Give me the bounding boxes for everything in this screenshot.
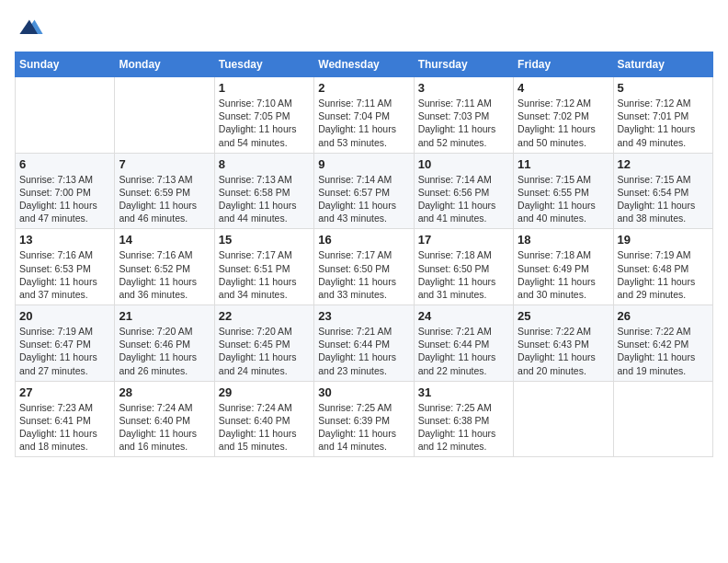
day-info: Sunrise: 7:23 AM Sunset: 6:41 PM Dayligh… [19,401,110,454]
day-info: Sunrise: 7:12 AM Sunset: 7:02 PM Dayligh… [518,97,609,149]
day-info: Sunrise: 7:13 AM Sunset: 6:59 PM Dayligh… [119,173,210,225]
day-number: 5 [618,81,709,95]
day-cell: 10Sunrise: 7:14 AM Sunset: 6:56 PM Dayli… [414,153,513,229]
day-cell: 12Sunrise: 7:15 AM Sunset: 6:54 PM Dayli… [613,153,712,229]
day-number: 22 [219,309,310,323]
day-info: Sunrise: 7:21 AM Sunset: 6:44 PM Dayligh… [418,325,509,377]
day-cell: 4Sunrise: 7:12 AM Sunset: 7:02 PM Daylig… [514,77,613,154]
day-number: 3 [418,81,509,95]
day-info: Sunrise: 7:14 AM Sunset: 6:57 PM Dayligh… [318,173,409,225]
calendar-table: SundayMondayTuesdayWednesdayThursdayFrid… [15,52,713,457]
day-cell: 21Sunrise: 7:20 AM Sunset: 6:46 PM Dayli… [115,305,214,382]
day-info: Sunrise: 7:10 AM Sunset: 7:05 PM Dayligh… [219,97,310,149]
day-number: 31 [418,385,509,399]
day-info: Sunrise: 7:15 AM Sunset: 6:55 PM Dayligh… [518,173,609,225]
day-info: Sunrise: 7:18 AM Sunset: 6:49 PM Dayligh… [518,248,609,301]
day-info: Sunrise: 7:25 AM Sunset: 6:38 PM Dayligh… [418,401,509,454]
day-cell: 13Sunrise: 7:16 AM Sunset: 6:53 PM Dayli… [16,229,115,305]
day-cell [514,381,613,457]
day-cell: 2Sunrise: 7:11 AM Sunset: 7:04 PM Daylig… [314,77,414,154]
weekday-header-tuesday: Tuesday [214,52,313,77]
day-cell [613,381,712,457]
day-number: 7 [119,157,210,171]
day-cell: 1Sunrise: 7:10 AM Sunset: 7:05 PM Daylig… [214,77,313,154]
day-cell: 31Sunrise: 7:25 AM Sunset: 6:38 PM Dayli… [414,381,513,457]
day-number: 16 [318,233,409,247]
week-row-3: 13Sunrise: 7:16 AM Sunset: 6:53 PM Dayli… [16,229,713,305]
day-cell [16,77,115,154]
day-cell [115,77,214,154]
day-number: 9 [318,157,409,171]
day-cell: 5Sunrise: 7:12 AM Sunset: 7:01 PM Daylig… [613,77,712,154]
day-info: Sunrise: 7:15 AM Sunset: 6:54 PM Dayligh… [618,173,709,225]
day-cell: 24Sunrise: 7:21 AM Sunset: 6:44 PM Dayli… [414,305,513,382]
day-cell: 11Sunrise: 7:15 AM Sunset: 6:55 PM Dayli… [514,153,613,229]
week-row-4: 20Sunrise: 7:19 AM Sunset: 6:47 PM Dayli… [16,305,713,382]
day-info: Sunrise: 7:19 AM Sunset: 6:48 PM Dayligh… [618,248,709,301]
weekday-header-wednesday: Wednesday [314,52,414,77]
day-number: 20 [19,309,110,323]
day-info: Sunrise: 7:11 AM Sunset: 7:03 PM Dayligh… [418,97,509,149]
calendar-header: SundayMondayTuesdayWednesdayThursdayFrid… [16,52,713,77]
weekday-header-friday: Friday [514,52,613,77]
day-info: Sunrise: 7:20 AM Sunset: 6:45 PM Dayligh… [219,325,310,377]
day-cell: 9Sunrise: 7:14 AM Sunset: 6:57 PM Daylig… [314,153,414,229]
day-number: 23 [318,309,409,323]
day-cell: 18Sunrise: 7:18 AM Sunset: 6:49 PM Dayli… [514,229,613,305]
day-cell: 16Sunrise: 7:17 AM Sunset: 6:50 PM Dayli… [314,229,414,305]
day-info: Sunrise: 7:22 AM Sunset: 6:43 PM Dayligh… [518,325,609,377]
calendar-body: 1Sunrise: 7:10 AM Sunset: 7:05 PM Daylig… [16,77,713,457]
day-info: Sunrise: 7:25 AM Sunset: 6:39 PM Dayligh… [318,401,409,454]
day-number: 13 [19,233,110,247]
day-number: 10 [418,157,509,171]
day-info: Sunrise: 7:17 AM Sunset: 6:50 PM Dayligh… [318,248,409,301]
day-info: Sunrise: 7:24 AM Sunset: 6:40 PM Dayligh… [219,401,310,454]
day-number: 26 [618,309,709,323]
day-info: Sunrise: 7:13 AM Sunset: 7:00 PM Dayligh… [19,173,110,225]
day-cell: 17Sunrise: 7:18 AM Sunset: 6:50 PM Dayli… [414,229,513,305]
day-cell: 30Sunrise: 7:25 AM Sunset: 6:39 PM Dayli… [314,381,414,457]
day-info: Sunrise: 7:22 AM Sunset: 6:42 PM Dayligh… [618,325,709,377]
day-info: Sunrise: 7:13 AM Sunset: 6:58 PM Dayligh… [219,173,310,225]
logo-icon [18,15,44,40]
logo [15,15,44,40]
day-cell: 25Sunrise: 7:22 AM Sunset: 6:43 PM Dayli… [514,305,613,382]
page-header [15,15,713,40]
day-cell: 7Sunrise: 7:13 AM Sunset: 6:59 PM Daylig… [115,153,214,229]
day-cell: 23Sunrise: 7:21 AM Sunset: 6:44 PM Dayli… [314,305,414,382]
weekday-header-sunday: Sunday [16,52,115,77]
day-number: 8 [219,157,310,171]
day-info: Sunrise: 7:20 AM Sunset: 6:46 PM Dayligh… [119,325,210,377]
day-number: 14 [119,233,210,247]
day-number: 15 [219,233,310,247]
day-info: Sunrise: 7:16 AM Sunset: 6:52 PM Dayligh… [119,248,210,301]
day-cell: 19Sunrise: 7:19 AM Sunset: 6:48 PM Dayli… [613,229,712,305]
week-row-5: 27Sunrise: 7:23 AM Sunset: 6:41 PM Dayli… [16,381,713,457]
day-info: Sunrise: 7:19 AM Sunset: 6:47 PM Dayligh… [19,325,110,377]
day-number: 4 [518,81,609,95]
day-number: 11 [518,157,609,171]
day-info: Sunrise: 7:11 AM Sunset: 7:04 PM Dayligh… [318,97,409,149]
day-cell: 20Sunrise: 7:19 AM Sunset: 6:47 PM Dayli… [16,305,115,382]
day-number: 18 [518,233,609,247]
weekday-header-saturday: Saturday [613,52,712,77]
weekday-header-monday: Monday [115,52,214,77]
day-number: 25 [518,309,609,323]
day-cell: 26Sunrise: 7:22 AM Sunset: 6:42 PM Dayli… [613,305,712,382]
day-cell: 8Sunrise: 7:13 AM Sunset: 6:58 PM Daylig… [214,153,313,229]
day-cell: 14Sunrise: 7:16 AM Sunset: 6:52 PM Dayli… [115,229,214,305]
day-number: 12 [618,157,709,171]
day-info: Sunrise: 7:16 AM Sunset: 6:53 PM Dayligh… [19,248,110,301]
day-number: 28 [119,385,210,399]
day-number: 24 [418,309,509,323]
day-cell: 3Sunrise: 7:11 AM Sunset: 7:03 PM Daylig… [414,77,513,154]
week-row-1: 1Sunrise: 7:10 AM Sunset: 7:05 PM Daylig… [16,77,713,154]
day-number: 27 [19,385,110,399]
day-cell: 6Sunrise: 7:13 AM Sunset: 7:00 PM Daylig… [16,153,115,229]
day-number: 17 [418,233,509,247]
week-row-2: 6Sunrise: 7:13 AM Sunset: 7:00 PM Daylig… [16,153,713,229]
day-info: Sunrise: 7:17 AM Sunset: 6:51 PM Dayligh… [219,248,310,301]
day-info: Sunrise: 7:18 AM Sunset: 6:50 PM Dayligh… [418,248,509,301]
day-info: Sunrise: 7:12 AM Sunset: 7:01 PM Dayligh… [618,97,709,149]
day-info: Sunrise: 7:14 AM Sunset: 6:56 PM Dayligh… [418,173,509,225]
